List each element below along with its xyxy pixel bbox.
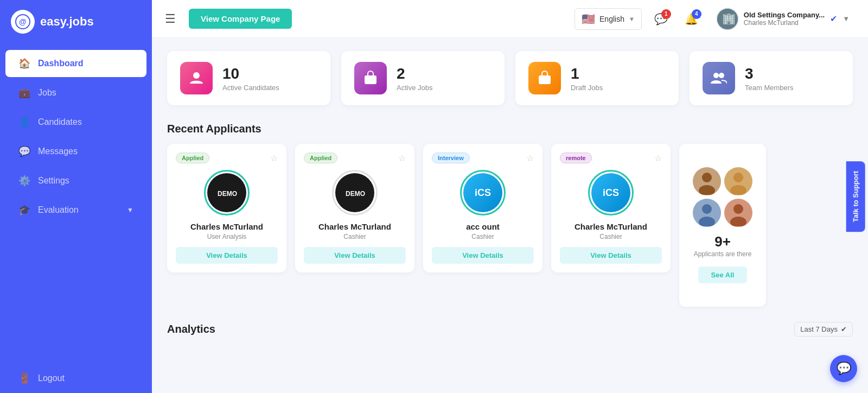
sidebar-item-messages[interactable]: 💬 Messages [5,138,146,165]
chat-button-icon: 💬 [837,362,851,376]
avatar-ring-2: DEMO [332,170,378,215]
candidates-icon: 👤 [18,116,30,128]
stat-card-active-jobs: 2 Active Jobs [341,51,505,105]
svg-point-17 [702,173,712,182]
analytics-section: Analytics Last 7 Days ✔ [167,322,853,337]
avatar-grid [693,167,752,227]
verified-icon: ✔ [830,14,837,24]
home-icon: 🏠 [18,58,30,69]
sidebar-item-candidates[interactable]: 👤 Candidates [5,109,146,136]
avatar: 🏢 [717,8,738,30]
chat-button[interactable]: 💬 [830,355,857,382]
svg-point-9 [544,79,546,81]
more-count: 9+ [714,233,731,250]
sidebar-label-logout: Logout [38,373,65,383]
sidebar-nav: 🏠 Dashboard 💼 Jobs 👤 Candidates 💬 Messag… [0,43,152,393]
view-details-btn-2[interactable]: View Details [304,247,406,264]
user-section[interactable]: 🏢 Old Settings Company... Charles McTurl… [711,5,855,33]
applicant-name-1: Charles McTurland [176,222,278,231]
stat-card-draft-jobs: 1 Draft Jobs [515,51,679,105]
dashboard-body: 10 Active Candidates 2 Active Jobs [152,38,868,393]
sidebar-label-dashboard: Dashboard [38,59,84,68]
applicant-name-3: acc ount [432,222,534,231]
stat-card-team-members: 3 Team Members [690,51,853,105]
view-company-button[interactable]: View Company Page [189,9,292,29]
chevron-down-icon: ▼ [127,206,133,214]
status-badge-4: remote [560,153,592,163]
stat-label-draft-jobs: Draft Jobs [571,84,603,92]
svg-point-11 [719,73,724,78]
settings-icon: ⚙️ [18,175,30,187]
stat-info-candidates: 10 Active Candidates [222,65,279,92]
avatar-ring-4: iCS [588,170,634,215]
view-details-btn-1[interactable]: View Details [176,247,278,264]
recent-applicants-section: Recent Applicants Applied ☆ DEMO [167,123,853,307]
analytics-filter[interactable]: Last 7 Days ✔ [794,322,853,337]
user-info: Old Settings Company... Charles McTurlan… [744,11,825,27]
stat-label-active-jobs: Active Jobs [397,84,432,92]
card-2-header: Applied ☆ [304,153,406,163]
applicant-role-1: User Analysis [176,233,278,240]
logo-icon: @ [11,10,35,34]
analytics-filter-chevron-icon: ✔ [841,325,847,333]
messages-button[interactable]: 💬 1 [650,8,672,30]
svg-point-23 [702,204,712,214]
more-applicants-card: 9+ Applicants are there See All [679,144,766,307]
talk-support-button[interactable]: Talk to Support [846,161,865,232]
svg-point-20 [733,173,743,182]
ics-avatar-4: iCS [591,173,630,212]
ics-avatar-3: iCS [463,173,502,212]
header: ☰ View Company Page 🇺🇸 English ▼ 💬 1 🔔 4… [152,0,868,38]
star-icon-4[interactable]: ☆ [654,153,662,163]
avatar-ring-3: iCS [460,170,506,215]
applicant-card-1: Applied ☆ DEMO Charles McTurland User An… [167,144,286,272]
applicant-card-2: Applied ☆ DEMO Charles McTurland Cashier [295,144,414,272]
more-label: Applicants are there [694,250,752,258]
sidebar-item-evaluation[interactable]: 🎓 Evaluation ▼ [5,196,146,224]
star-icon-2[interactable]: ☆ [398,153,406,163]
stats-row: 10 Active Candidates 2 Active Jobs [167,51,853,105]
language-selector[interactable]: 🇺🇸 English ▼ [575,8,642,30]
view-details-btn-4[interactable]: View Details [560,247,662,264]
avatar-inner-2: DEMO [335,173,374,212]
hamburger-icon[interactable]: ☰ [165,12,176,26]
stat-label-team-members: Team Members [745,84,794,92]
svg-point-7 [369,79,372,81]
section-title-analytics: Analytics [167,323,215,335]
view-details-btn-3[interactable]: View Details [432,247,534,264]
language-chevron-icon: ▼ [629,16,635,22]
sidebar-item-settings[interactable]: ⚙️ Settings [5,167,146,194]
star-icon-1[interactable]: ☆ [270,153,278,163]
messages-icon: 💬 [18,145,30,157]
sidebar-bottom: 🚪 Logout [0,364,152,393]
evaluation-icon: 🎓 [18,204,30,216]
applicant-card-4: remote ☆ iCS Charles McTurland Cashier V… [551,144,671,272]
svg-text:🏢: 🏢 [722,12,736,25]
logout-icon: 🚪 [18,372,30,384]
sidebar-item-logout[interactable]: 🚪 Logout [5,365,146,392]
sidebar-item-dashboard[interactable]: 🏠 Dashboard [5,50,146,77]
mini-avatar-2 [724,167,752,195]
stat-icon-team-members [703,62,735,94]
stat-icon-candidates [180,62,213,94]
messages-badge: 1 [661,9,671,19]
avatar-ring-1: DEMO [204,170,250,215]
sidebar-label-jobs: Jobs [38,88,56,98]
logo-text: easy.jobs [40,15,94,29]
see-all-button[interactable]: See All [698,267,748,283]
status-badge-1: Applied [176,153,209,163]
sidebar: @ easy.jobs 🏠 Dashboard 💼 Jobs 👤 Candida… [0,0,152,393]
star-icon-3[interactable]: ☆ [526,153,534,163]
logo-area: @ easy.jobs [0,0,152,43]
notifications-button[interactable]: 🔔 4 [681,8,703,30]
stat-info-draft-jobs: 1 Draft Jobs [571,65,603,92]
language-label: English [599,15,624,23]
sidebar-label-messages: Messages [38,147,78,156]
jobs-icon: 💼 [18,87,30,99]
sidebar-label-candidates: Candidates [38,117,82,127]
svg-point-26 [733,204,743,214]
stat-label-candidates: Active Candidates [222,84,279,92]
avatar-inner-1: DEMO [207,173,246,212]
sidebar-item-jobs[interactable]: 💼 Jobs [5,79,146,106]
main-content: ☰ View Company Page 🇺🇸 English ▼ 💬 1 🔔 4… [152,0,868,393]
